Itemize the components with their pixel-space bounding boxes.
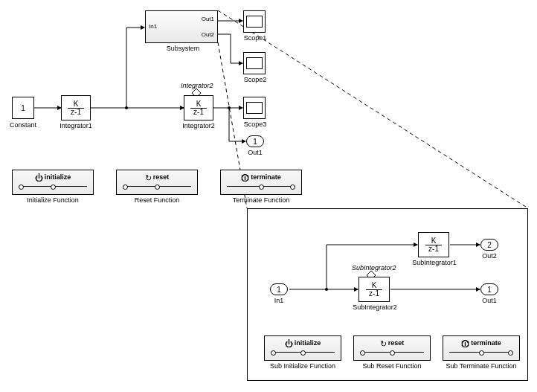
scope2-block[interactable] — [243, 52, 266, 74]
sub-terminate-function-label: Sub Terminate Function — [437, 362, 525, 370]
subintegrator1-block[interactable]: K z-1 — [418, 232, 449, 257]
integrator2-num: K — [190, 100, 207, 109]
sub-reset-function-label: Sub Reset Function — [353, 362, 431, 370]
sub-out1-label: Out1 — [480, 297, 498, 304]
terminate-text: terminate — [251, 173, 281, 181]
sub-initialize-function-block[interactable]: initialize — [264, 335, 341, 361]
sub-in1-port[interactable]: 1 — [270, 283, 288, 295]
subsystem-out2-port: Out2 — [202, 31, 214, 38]
subintegrator1-label: SubIntegrator1 — [408, 259, 460, 266]
reset-icon — [380, 339, 388, 349]
subintegrator2-state-label: SubIntegrator2 — [352, 264, 396, 271]
subsystem-out1-port: Out1 — [202, 16, 214, 22]
subint1-num: K — [425, 237, 442, 245]
sub-out2-label: Out2 — [480, 252, 498, 260]
integrator2-den: z-1 — [190, 109, 207, 116]
sub-out2-port[interactable]: 2 — [480, 239, 498, 251]
scope3-block[interactable] — [243, 97, 266, 119]
sub-terminate-function-block[interactable]: terminate — [443, 335, 520, 361]
integrator2-label: Integrator2 — [178, 122, 219, 129]
integrator2-block[interactable]: K z-1 — [184, 95, 213, 121]
integrator1-den: z-1 — [68, 109, 84, 116]
terminate-icon — [241, 173, 251, 182]
out1-label: Out1 — [246, 149, 264, 156]
sub-in1-label: In1 — [270, 297, 288, 304]
integrator1-label: Integrator1 — [55, 122, 97, 129]
out1-port[interactable]: 1 — [246, 135, 264, 147]
svg-point-2 — [125, 106, 128, 109]
terminate-function-block[interactable]: terminate — [220, 170, 302, 195]
reset-function-block[interactable]: reset — [116, 170, 198, 195]
integrator2-state-label: Integrator2 — [181, 82, 213, 89]
integrator1-num: K — [68, 100, 84, 109]
scope-screen-icon — [246, 57, 263, 69]
svg-point-19 — [325, 288, 328, 291]
subsystem-canvas: 1 In1 K z-1 SubIntegrator1 SubIntegrator… — [247, 208, 528, 381]
subint2-den: z-1 — [366, 290, 382, 298]
sub-out2-num: 2 — [487, 241, 492, 249]
initialize-text: initialize — [45, 173, 71, 181]
sub-terminate-text: terminate — [471, 339, 501, 347]
power-icon — [285, 339, 295, 348]
sub-reset-function-block[interactable]: reset — [353, 335, 431, 361]
integrator1-block[interactable]: K z-1 — [61, 95, 91, 121]
terminate-function-label: Terminate Function — [220, 196, 302, 204]
subsystem-in1-port: In1 — [149, 23, 157, 30]
subsystem-block[interactable]: In1 Out1 Out2 — [145, 10, 218, 43]
constant-label: Constant — [6, 121, 40, 129]
subsystem-label: Subsystem — [162, 45, 204, 52]
sub-initialize-function-label: Sub Initialize Function — [264, 362, 341, 370]
scope2-label: Scope2 — [241, 76, 269, 83]
sub-in1-num: 1 — [277, 286, 281, 294]
subint2-num: K — [366, 282, 382, 290]
reset-icon — [145, 173, 153, 183]
scope3-label: Scope3 — [241, 121, 269, 128]
subintegrator2-block[interactable]: K z-1 — [358, 277, 390, 302]
terminate-icon — [461, 339, 471, 348]
sub-out1-num: 1 — [487, 286, 492, 294]
initialize-function-label: Initialize Function — [12, 196, 94, 204]
scope1-label: Scope1 — [241, 34, 269, 42]
constant-block[interactable]: 1 — [12, 97, 34, 119]
scope-screen-icon — [246, 102, 263, 114]
scope-screen-icon — [246, 16, 263, 28]
sub-out1-port[interactable]: 1 — [480, 283, 498, 295]
initialize-function-block[interactable]: initialize — [12, 170, 94, 195]
reset-function-label: Reset Function — [116, 196, 198, 204]
svg-point-11 — [228, 106, 231, 109]
reset-text: reset — [153, 173, 170, 181]
constant-value: 1 — [21, 104, 25, 112]
out1-num: 1 — [253, 138, 257, 146]
subint1-den: z-1 — [425, 245, 442, 253]
sub-initialize-text: initialize — [295, 339, 321, 347]
scope1-block[interactable] — [243, 10, 266, 33]
sub-reset-text: reset — [388, 339, 405, 347]
subintegrator2-label: SubIntegrator2 — [349, 303, 401, 311]
power-icon — [35, 173, 45, 182]
